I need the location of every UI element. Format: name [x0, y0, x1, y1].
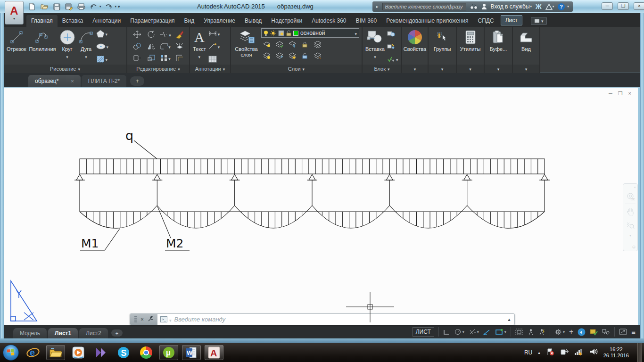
redo-dropdown-icon[interactable]: ▾ [115, 5, 117, 8]
dynamic-input-icon[interactable]: ▾ [495, 329, 506, 335]
layer-dropdown[interactable]: основной [261, 28, 359, 38]
polyline-button[interactable]: Полилиния [27, 28, 57, 65]
arc-button[interactable]: Дуга [77, 28, 95, 65]
fillet-button[interactable] [160, 42, 171, 50]
layer-freeze-button[interactable] [288, 41, 297, 48]
redo-icon[interactable] [104, 2, 114, 11]
drawing-check-icon[interactable] [590, 329, 598, 336]
view-base-button[interactable]: Вид [518, 28, 535, 65]
stretch-button[interactable] [133, 54, 141, 62]
panel-title-annotation[interactable]: Аннотации [190, 65, 230, 73]
new-file-icon[interactable] [27, 2, 37, 11]
ribbon-tab-home[interactable]: Главная [26, 15, 58, 27]
move-button[interactable] [133, 30, 141, 39]
ribbon-display-toggle[interactable]: ▾ [531, 17, 547, 25]
command-input[interactable] [174, 314, 504, 325]
paper-space-button[interactable]: ЛИСТ [413, 327, 434, 337]
layer-on-all-button[interactable] [263, 52, 271, 59]
text-button[interactable]: A Текст [191, 28, 207, 65]
panel-title-draw[interactable]: Рисование [4, 65, 126, 73]
navigation-bar[interactable]: × 2D ▾ ⊖ [623, 183, 638, 251]
minimize-button[interactable]: ─ [602, 2, 613, 10]
layer-off-button[interactable] [263, 41, 271, 48]
panel-title-block[interactable]: Блок [363, 65, 401, 73]
layout1-tab[interactable]: Лист1 [48, 328, 78, 338]
layer-lock-button[interactable] [301, 41, 308, 48]
panel-title-layers[interactable]: Слои [231, 65, 362, 73]
clock[interactable]: 16:22 26.11.2016 [603, 346, 632, 359]
new-drawing-tab-button[interactable]: + [130, 76, 144, 86]
circle-button[interactable]: Круг [58, 28, 77, 65]
ortho-icon[interactable] [443, 329, 450, 335]
command-line-grip[interactable]: × [130, 314, 157, 325]
taskbar-skype[interactable]: S [114, 345, 133, 360]
drawing-restore-icon[interactable]: ❐ [618, 90, 623, 97]
isolate-objects-icon[interactable] [602, 329, 610, 335]
help-dropdown-icon[interactable]: ▾ [567, 5, 569, 8]
drawing-minimize-icon[interactable]: ─ [609, 90, 612, 97]
layer-make-current-button[interactable] [275, 52, 284, 59]
close-tab-icon[interactable]: × [71, 78, 74, 84]
ribbon-tab-autodesk360[interactable]: Autodesk 360 [307, 15, 351, 27]
properties-button[interactable]: Свойства [402, 28, 428, 65]
block-attributes-button[interactable] [387, 55, 398, 63]
keyword-search-input[interactable] [382, 3, 466, 10]
selection-cycling-icon[interactable] [515, 329, 523, 335]
utilities-button[interactable]: Утилиты [459, 28, 482, 65]
panel-title-groups[interactable] [429, 65, 456, 73]
pan-hand-icon[interactable] [623, 204, 637, 218]
start-button[interactable] [3, 345, 19, 361]
command-close-icon[interactable]: × [140, 316, 144, 323]
taskbar-autocad[interactable]: A [205, 345, 223, 360]
mirror-button[interactable] [147, 42, 156, 50]
offset-button[interactable] [175, 54, 184, 62]
command-customize-icon[interactable] [148, 315, 153, 324]
communication-center-icon[interactable]: ▾ [545, 4, 554, 10]
language-indicator[interactable]: RU [524, 349, 532, 356]
layout2-tab[interactable]: Лист2 [79, 328, 108, 338]
restore-button[interactable]: ❐ [618, 2, 629, 10]
edit-attribute-button[interactable] [387, 42, 398, 50]
layer-walk-button[interactable] [314, 52, 322, 59]
chevron-down-icon[interactable] [169, 315, 172, 324]
volume-icon[interactable] [589, 348, 598, 357]
ribbon-tab-insert[interactable]: Вставка [58, 15, 88, 27]
undo-icon[interactable] [89, 2, 98, 11]
save-icon[interactable] [52, 2, 61, 11]
file-tab-obrazec[interactable]: образец* × [28, 75, 81, 87]
infocenter-expand-icon[interactable]: ▸ [376, 4, 379, 9]
navbar-menu-icon[interactable]: ⊖ [632, 245, 636, 249]
groups-button[interactable]: Группы [432, 28, 453, 65]
save-as-icon[interactable] [64, 2, 74, 11]
ribbon-tab-addins[interactable]: Надстройки [266, 15, 307, 27]
customization-plus-icon[interactable]: + [569, 328, 573, 336]
ribbon-tab-manage[interactable]: Управление [199, 15, 240, 27]
layer-isolate-button[interactable] [275, 41, 284, 48]
command-prompt-icon[interactable]: >_ [160, 316, 167, 322]
ribbon-tab-annotate[interactable]: Аннотации [88, 15, 125, 27]
taskbar-internet-explorer[interactable]: e [24, 345, 42, 360]
chevron-down-icon[interactable]: ▾ [477, 330, 479, 334]
taskbar-media-player[interactable] [69, 345, 88, 360]
osnap-tracking-icon[interactable]: ▾ [469, 329, 479, 335]
taskbar-explorer[interactable] [46, 345, 65, 360]
navbar-close-icon[interactable]: × [634, 185, 636, 189]
layer-thaw-all-button[interactable] [288, 52, 297, 59]
undo-dropdown-icon[interactable]: ▾ [99, 5, 101, 8]
zoom-extents-icon[interactable] [623, 218, 637, 232]
layer-properties-button[interactable]: Свойстваслоя [232, 28, 260, 65]
osnap-icon[interactable] [483, 329, 491, 335]
drag-handle-icon[interactable] [134, 316, 137, 323]
new-layout-button[interactable]: + [111, 329, 123, 337]
power-plug-icon[interactable] [560, 348, 569, 357]
qat-menu-icon[interactable]: ▾ [118, 4, 120, 9]
drawing-close-icon[interactable]: × [628, 90, 631, 97]
status-menu-icon[interactable]: ≡ [631, 328, 636, 336]
hidden-icons-arrow[interactable]: ▴ [538, 350, 540, 355]
insert-block-button[interactable]: Вставка [364, 28, 386, 65]
layer-unlock-all-button[interactable] [301, 52, 308, 59]
polygon-button[interactable] [96, 29, 109, 38]
clean-screen-icon[interactable] [578, 328, 586, 336]
trim-button[interactable] [159, 30, 171, 39]
panel-title-modify[interactable]: Редактирование [127, 65, 189, 73]
